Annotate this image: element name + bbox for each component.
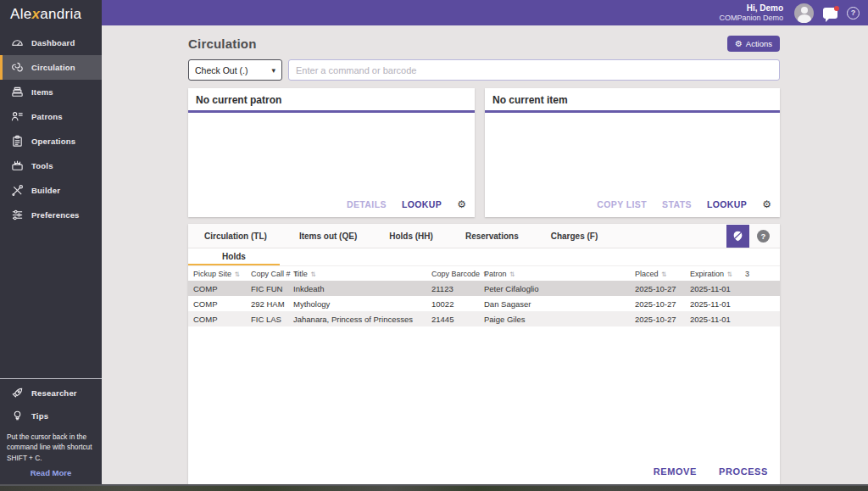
dashboard-icon — [11, 36, 24, 49]
logo-x-glyph: x — [31, 6, 40, 22]
sidebar-nav: Dashboard Circulation Items Patrons Oper… — [0, 31, 102, 227]
column-header-pickup-site[interactable]: Pickup Site ⇅ — [193, 270, 251, 278]
tab-help-icon[interactable]: ? — [757, 230, 770, 243]
current-patron-panel: No current patron DETAILS LOOKUP ⚙ — [188, 88, 475, 217]
tab-holds[interactable]: Holds (HH) — [373, 232, 449, 241]
item-lookup-button[interactable]: LOOKUP — [707, 199, 747, 209]
process-button[interactable]: PROCESS — [719, 466, 768, 477]
patron-icon — [11, 110, 24, 123]
table-empty-area — [188, 326, 780, 460]
read-more-link[interactable]: Read More — [0, 465, 102, 484]
rocket-icon — [11, 387, 24, 399]
main-content: Circulation ⚙ Actions Check Out (.) ▾ No… — [102, 25, 868, 484]
toolbox-icon — [11, 159, 24, 172]
chevron-down-icon: ▾ — [271, 66, 275, 75]
avatar-person-icon — [801, 7, 808, 14]
sort-icon: ⇅ — [509, 271, 515, 278]
item-panel-title: No current item — [485, 88, 780, 110]
holds-action-bar: REMOVE PROCESS — [188, 460, 780, 485]
clipboard-icon — [11, 135, 24, 148]
column-header-expiration[interactable]: Expiration ⇅ — [690, 270, 745, 278]
item-panel-body — [485, 113, 780, 194]
pin-icon — [732, 230, 744, 243]
table-row[interactable]: COMP 292 HAM Mythology 10022 Dan Sagaser… — [188, 296, 780, 311]
user-avatar[interactable] — [794, 3, 814, 23]
notification-dot — [834, 6, 839, 11]
patron-panel-title: No current patron — [188, 88, 475, 110]
subtab-bar: Holds — [188, 248, 780, 266]
sort-icon: ⇅ — [661, 271, 666, 278]
sidebar-item-patrons[interactable]: Patrons — [0, 104, 102, 129]
sidebar-footer-nav: Researcher Tips — [0, 382, 102, 427]
sidebar-item-preferences[interactable]: Preferences — [0, 203, 102, 227]
lightbulb-icon — [11, 410, 24, 422]
builder-tools-icon — [11, 184, 24, 197]
circulation-mode-select[interactable]: Check Out (.) ▾ — [188, 59, 282, 81]
sliders-icon — [11, 209, 24, 221]
tab-charges[interactable]: Charges (F) — [535, 232, 615, 241]
mode-select-value: Check Out (.) — [195, 65, 248, 75]
item-stats-button[interactable]: STATS — [662, 199, 692, 209]
tip-text: Put the cursor back in the command line … — [0, 427, 102, 465]
tab-circulation[interactable]: Circulation (TL) — [188, 232, 283, 241]
books-icon — [11, 86, 24, 98]
sidebar-item-operations[interactable]: Operations — [0, 129, 102, 153]
circulation-tabs-panel: Circulation (TL) Items out (QE) Holds (H… — [188, 224, 780, 485]
patron-panel-body — [188, 113, 475, 194]
sidebar-item-builder[interactable]: Builder — [0, 178, 102, 203]
sidebar-item-tools[interactable]: Tools — [0, 153, 102, 178]
column-header-copy-call[interactable]: Copy Call # ⇅ — [251, 270, 293, 278]
messages-icon[interactable] — [823, 8, 837, 19]
app-window: Hi, Demo COMPanion Demo ? Alexandria Das… — [0, 0, 868, 491]
sort-icon: ⇅ — [235, 271, 240, 278]
column-header-placed[interactable]: Placed ⇅ — [635, 270, 690, 278]
sidebar-item-dashboard[interactable]: Dashboard — [0, 31, 102, 55]
sidebar-item-tips[interactable]: Tips — [0, 405, 102, 427]
gear-icon: ⚙ — [735, 39, 743, 48]
circulation-icon — [11, 61, 24, 74]
sidebar-item-researcher[interactable]: Researcher — [0, 382, 102, 405]
column-header-title[interactable]: Title ⇅ — [293, 270, 431, 278]
top-bar: Hi, Demo COMPanion Demo ? — [102, 0, 868, 25]
desktop-background-strip — [0, 484, 868, 491]
patron-settings-gear-icon[interactable]: ⚙ — [457, 198, 466, 210]
item-settings-gear-icon[interactable]: ⚙ — [762, 198, 771, 210]
page-title: Circulation — [188, 36, 257, 51]
patron-details-button[interactable]: DETAILS — [347, 199, 387, 209]
tab-items-out[interactable]: Items out (QE) — [283, 232, 373, 241]
remove-button[interactable]: REMOVE — [654, 466, 697, 477]
table-row[interactable]: COMP FIC FUN Inkdeath 21123 Peter Cifalo… — [188, 281, 780, 296]
tab-reservations[interactable]: Reservations — [449, 232, 535, 241]
help-icon[interactable]: ? — [847, 7, 860, 20]
hold-mode-button[interactable] — [726, 225, 749, 248]
user-greeting: Hi, Demo COMPanion Demo — [719, 3, 783, 22]
tab-bar: Circulation (TL) Items out (QE) Holds (H… — [188, 224, 780, 248]
patron-lookup-button[interactable]: LOOKUP — [402, 199, 442, 209]
table-row[interactable]: COMP FIC LAS Jahanara, Princess of Princ… — [188, 311, 780, 326]
row-count: 3 — [745, 270, 775, 278]
command-input[interactable] — [288, 59, 780, 81]
column-header-patron[interactable]: Patron ⇅ — [484, 270, 635, 278]
sort-icon: ⇅ — [727, 271, 732, 278]
sidebar-divider — [0, 378, 102, 379]
actions-button[interactable]: ⚙ Actions — [727, 36, 780, 52]
sidebar-item-circulation[interactable]: Circulation — [0, 55, 102, 80]
account-name: COMPanion Demo — [719, 14, 783, 22]
subtab-holds[interactable]: Holds — [188, 248, 280, 265]
item-copy-list-button[interactable]: COPY LIST — [597, 199, 647, 209]
app-logo[interactable]: Alexandria — [0, 0, 102, 28]
sidebar-item-items[interactable]: Items — [0, 80, 102, 104]
sidebar: Alexandria Dashboard Circulation Items P… — [0, 0, 102, 484]
sort-icon: ⇅ — [310, 271, 315, 278]
greeting-name: Hi, Demo — [719, 3, 783, 14]
current-item-panel: No current item COPY LIST STATS LOOKUP ⚙ — [485, 88, 780, 217]
table-header-row: Pickup Site ⇅ Copy Call # ⇅ Title ⇅ Copy… — [188, 266, 780, 281]
column-header-copy-barcode[interactable]: Copy Barcode ⇅ — [431, 270, 484, 278]
